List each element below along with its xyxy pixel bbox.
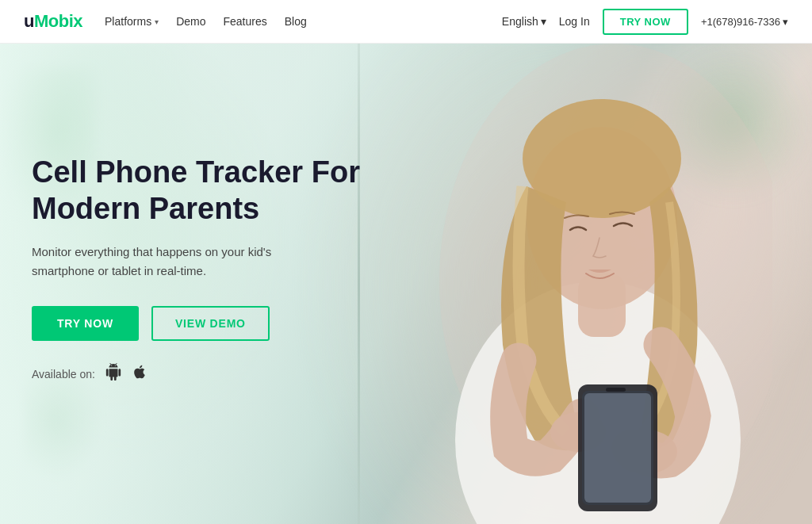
person-svg <box>376 44 772 524</box>
chevron-down-icon: ▾ <box>541 15 546 28</box>
svg-rect-10 <box>606 388 626 392</box>
navbar: uMobix Platforms ▾ Demo Features Blog En… <box>0 0 812 44</box>
nav-demo[interactable]: Demo <box>176 15 205 28</box>
hero-title: Cell Phone Tracker For Modern Parents <box>32 155 365 227</box>
navbar-left: uMobix Platforms ▾ Demo Features Blog <box>24 11 307 32</box>
chevron-down-icon: ▾ <box>155 17 159 26</box>
android-icon <box>105 363 122 384</box>
language-selector[interactable]: English ▾ <box>502 15 546 28</box>
nav-platforms[interactable]: Platforms ▾ <box>105 15 159 28</box>
available-on: Available on: <box>32 363 365 384</box>
nav-links: Platforms ▾ Demo Features Blog <box>105 15 307 28</box>
hero-content: Cell Phone Tracker For Modern Parents Mo… <box>32 155 365 384</box>
logo-mobix: Mobix <box>34 11 82 31</box>
available-on-label: Available on: <box>32 368 95 381</box>
svg-rect-9 <box>584 393 651 503</box>
logo[interactable]: uMobix <box>24 11 82 32</box>
navbar-right: English ▾ Log In TRY NOW +1(678)916-7336… <box>502 9 788 35</box>
chevron-down-icon: ▾ <box>783 16 788 28</box>
hero-subtitle: Monitor everything that happens on your … <box>32 243 301 281</box>
apple-icon <box>132 364 147 384</box>
svg-point-4 <box>523 99 681 218</box>
hero-section: Cell Phone Tracker For Modern Parents Mo… <box>0 44 812 524</box>
nav-features[interactable]: Features <box>224 15 267 28</box>
try-now-button-hero[interactable]: TRY NOW <box>32 306 139 341</box>
login-link[interactable]: Log In <box>559 15 590 28</box>
logo-u: u <box>24 11 34 31</box>
view-demo-button[interactable]: VIEW DEMO <box>151 306 270 341</box>
phone-number[interactable]: +1(678)916-7336 ▾ <box>701 16 788 28</box>
hero-buttons: TRY NOW VIEW DEMO <box>32 306 365 341</box>
try-now-button-nav[interactable]: TRY NOW <box>603 9 688 35</box>
nav-blog[interactable]: Blog <box>285 15 307 28</box>
hero-person <box>376 44 772 524</box>
